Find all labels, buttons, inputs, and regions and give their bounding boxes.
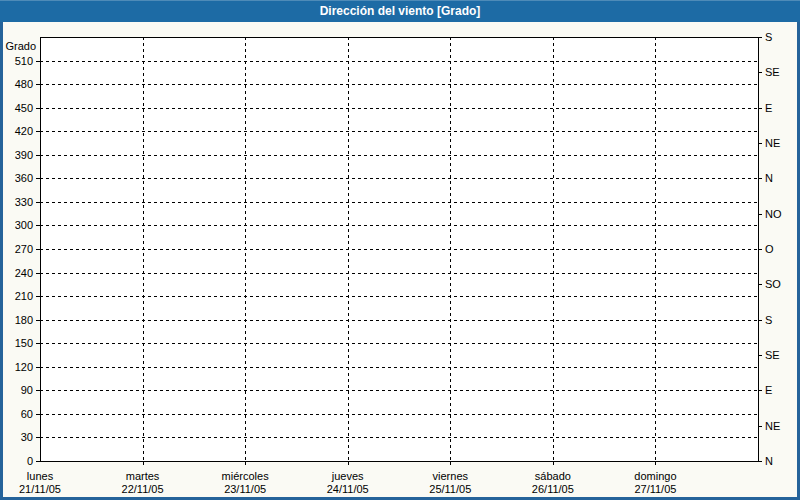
day-date-label: 27/11/05 — [634, 483, 676, 495]
day-date-label: 24/11/05 — [327, 483, 369, 495]
compass-tick-label: S — [765, 31, 772, 43]
day-date-label: 23/11/05 — [224, 483, 266, 495]
day-name-label: martes — [126, 470, 160, 482]
plot-area — [40, 37, 758, 461]
y-axis-tick-label: 270 — [15, 243, 33, 255]
day-name-label: viernes — [433, 470, 469, 482]
compass-tick-label: N — [765, 172, 773, 184]
day-name-label: lunes — [27, 470, 54, 482]
compass-tick-label: NE — [765, 420, 780, 432]
y-axis-title: Grado — [5, 40, 36, 52]
wind-direction-chart-window: Dirección del viento [Grado] 03060901201… — [0, 0, 800, 500]
y-axis-tick-label: 210 — [15, 290, 33, 302]
compass-tick-label: SE — [765, 66, 780, 78]
chart-title: Dirección del viento [Grado] — [320, 4, 481, 18]
compass-tick-label: SO — [765, 278, 781, 290]
y-axis-tick-label: 30 — [21, 431, 33, 443]
y-axis-tick-label: 300 — [15, 219, 33, 231]
day-date-label: 22/11/05 — [122, 483, 164, 495]
y-axis-tick-label: 390 — [15, 149, 33, 161]
y-axis-tick-label: 360 — [15, 172, 33, 184]
y-axis-tick-label: 0 — [27, 455, 33, 467]
y-axis-tick-label: 330 — [15, 196, 33, 208]
compass-tick-label: E — [765, 102, 772, 114]
day-date-label: 26/11/05 — [532, 483, 574, 495]
y-axis-tick-label: 60 — [21, 408, 33, 420]
compass-tick-label: O — [765, 243, 774, 255]
y-axis-tick-label: 240 — [15, 267, 33, 279]
day-name-label: jueves — [331, 470, 364, 482]
compass-tick-label: SE — [765, 349, 780, 361]
compass-tick-label: NE — [765, 137, 780, 149]
y-axis-tick-label: 120 — [15, 361, 33, 373]
chart-title-bar: Dirección del viento [Grado] — [0, 0, 800, 22]
wind-direction-chart: 0306090120150180210240270300330360390420… — [0, 22, 800, 500]
compass-tick-label: E — [765, 384, 772, 396]
day-date-label: 21/11/05 — [19, 483, 61, 495]
y-axis-tick-label: 420 — [15, 125, 33, 137]
compass-tick-label: NO — [765, 208, 782, 220]
day-name-label: miércoles — [222, 470, 270, 482]
y-axis-tick-label: 510 — [15, 55, 33, 67]
day-name-label: domingo — [634, 470, 676, 482]
y-axis-tick-label: 480 — [15, 78, 33, 90]
day-name-label: sábado — [535, 470, 571, 482]
day-date-label: 25/11/05 — [429, 483, 471, 495]
compass-tick-label: N — [765, 455, 773, 467]
y-axis-tick-label: 90 — [21, 384, 33, 396]
compass-tick-label: S — [765, 314, 772, 326]
y-axis-tick-label: 180 — [15, 314, 33, 326]
y-axis-tick-label: 150 — [15, 337, 33, 349]
y-axis-tick-label: 450 — [15, 102, 33, 114]
